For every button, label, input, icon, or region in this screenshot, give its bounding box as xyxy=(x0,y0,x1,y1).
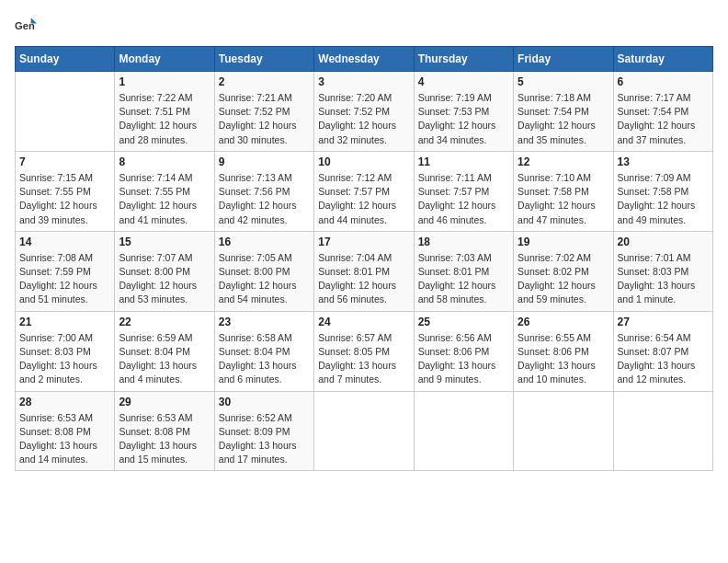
calendar-week-2: 7Sunrise: 7:15 AMSunset: 7:55 PMDaylight… xyxy=(16,151,713,231)
weekday-header-friday: Friday xyxy=(514,47,613,72)
day-number: 24 xyxy=(318,316,409,328)
page-header: Gen xyxy=(15,15,713,37)
calendar-cell xyxy=(414,391,513,471)
calendar-cell: 13Sunrise: 7:09 AMSunset: 7:58 PMDayligh… xyxy=(613,151,712,231)
calendar-cell: 20Sunrise: 7:01 AMSunset: 8:03 PMDayligh… xyxy=(613,231,712,311)
calendar-cell: 26Sunrise: 6:55 AMSunset: 8:06 PMDayligh… xyxy=(514,311,613,391)
day-number: 4 xyxy=(418,75,509,88)
calendar-cell: 29Sunrise: 6:53 AMSunset: 8:08 PMDayligh… xyxy=(115,391,214,471)
day-info: Sunrise: 7:04 AMSunset: 8:01 PMDaylight:… xyxy=(318,251,409,307)
calendar-cell: 12Sunrise: 7:10 AMSunset: 7:58 PMDayligh… xyxy=(514,151,613,231)
calendar-cell: 18Sunrise: 7:03 AMSunset: 8:01 PMDayligh… xyxy=(414,231,513,311)
weekday-header-row: SundayMondayTuesdayWednesdayThursdayFrid… xyxy=(16,47,713,72)
calendar-cell: 27Sunrise: 6:54 AMSunset: 8:07 PMDayligh… xyxy=(613,311,712,391)
day-info: Sunrise: 7:19 AMSunset: 7:53 PMDaylight:… xyxy=(418,91,509,147)
day-number: 18 xyxy=(418,236,509,248)
day-info: Sunrise: 7:13 AMSunset: 7:56 PMDaylight:… xyxy=(219,171,310,227)
day-number: 12 xyxy=(518,155,609,168)
calendar-cell xyxy=(514,391,613,471)
day-number: 1 xyxy=(119,75,210,88)
day-info: Sunrise: 7:12 AMSunset: 7:57 PMDaylight:… xyxy=(318,171,409,227)
day-number: 8 xyxy=(119,155,210,168)
day-number: 19 xyxy=(518,236,609,248)
day-info: Sunrise: 7:09 AMSunset: 7:58 PMDaylight:… xyxy=(618,171,709,227)
calendar-cell: 10Sunrise: 7:12 AMSunset: 7:57 PMDayligh… xyxy=(314,151,414,231)
day-number: 20 xyxy=(618,236,709,248)
day-number: 10 xyxy=(318,155,409,168)
calendar-cell: 9Sunrise: 7:13 AMSunset: 7:56 PMDaylight… xyxy=(214,151,313,231)
day-number: 17 xyxy=(318,236,409,248)
weekday-header-tuesday: Tuesday xyxy=(214,47,313,72)
day-number: 26 xyxy=(518,316,609,328)
day-number: 21 xyxy=(19,316,110,328)
day-info: Sunrise: 7:03 AMSunset: 8:01 PMDaylight:… xyxy=(418,251,509,307)
day-info: Sunrise: 6:55 AMSunset: 8:06 PMDaylight:… xyxy=(518,331,609,387)
day-number: 22 xyxy=(119,316,210,328)
calendar-cell: 30Sunrise: 6:52 AMSunset: 8:09 PMDayligh… xyxy=(214,391,313,471)
day-number: 11 xyxy=(418,155,509,168)
calendar-cell: 8Sunrise: 7:14 AMSunset: 7:55 PMDaylight… xyxy=(115,151,214,231)
calendar-cell: 5Sunrise: 7:18 AMSunset: 7:54 PMDaylight… xyxy=(514,72,613,152)
day-info: Sunrise: 7:14 AMSunset: 7:55 PMDaylight:… xyxy=(119,171,210,227)
day-number: 15 xyxy=(119,236,210,248)
calendar-cell: 1Sunrise: 7:22 AMSunset: 7:51 PMDaylight… xyxy=(115,72,214,152)
calendar-cell: 21Sunrise: 7:00 AMSunset: 8:03 PMDayligh… xyxy=(16,311,115,391)
day-info: Sunrise: 7:17 AMSunset: 7:54 PMDaylight:… xyxy=(618,91,709,147)
day-number: 29 xyxy=(119,396,210,408)
day-info: Sunrise: 7:10 AMSunset: 7:58 PMDaylight:… xyxy=(518,171,609,227)
day-number: 30 xyxy=(219,396,310,408)
logo: Gen xyxy=(15,15,40,37)
calendar-cell: 14Sunrise: 7:08 AMSunset: 7:59 PMDayligh… xyxy=(16,231,115,311)
calendar-cell: 2Sunrise: 7:21 AMSunset: 7:52 PMDaylight… xyxy=(214,72,313,152)
day-info: Sunrise: 7:21 AMSunset: 7:52 PMDaylight:… xyxy=(219,91,310,147)
day-info: Sunrise: 7:22 AMSunset: 7:51 PMDaylight:… xyxy=(119,91,210,147)
calendar-cell xyxy=(613,391,712,471)
calendar-cell: 4Sunrise: 7:19 AMSunset: 7:53 PMDaylight… xyxy=(414,72,513,152)
day-info: Sunrise: 6:59 AMSunset: 8:04 PMDaylight:… xyxy=(119,331,210,387)
day-number: 14 xyxy=(19,236,110,248)
calendar-cell: 16Sunrise: 7:05 AMSunset: 8:00 PMDayligh… xyxy=(214,231,313,311)
weekday-header-saturday: Saturday xyxy=(613,47,712,72)
weekday-header-sunday: Sunday xyxy=(16,47,115,72)
day-info: Sunrise: 7:15 AMSunset: 7:55 PMDaylight:… xyxy=(19,171,110,227)
day-number: 3 xyxy=(318,75,409,88)
day-info: Sunrise: 6:53 AMSunset: 8:08 PMDaylight:… xyxy=(119,411,210,467)
day-number: 2 xyxy=(219,75,310,88)
calendar-cell: 23Sunrise: 6:58 AMSunset: 8:04 PMDayligh… xyxy=(214,311,313,391)
weekday-header-wednesday: Wednesday xyxy=(314,47,414,72)
day-number: 27 xyxy=(618,316,709,328)
day-info: Sunrise: 7:07 AMSunset: 8:00 PMDaylight:… xyxy=(119,251,210,307)
day-info: Sunrise: 6:57 AMSunset: 8:05 PMDaylight:… xyxy=(318,331,409,387)
calendar-cell: 17Sunrise: 7:04 AMSunset: 8:01 PMDayligh… xyxy=(314,231,414,311)
calendar-cell: 25Sunrise: 6:56 AMSunset: 8:06 PMDayligh… xyxy=(414,311,513,391)
day-number: 6 xyxy=(618,75,709,88)
day-info: Sunrise: 6:53 AMSunset: 8:08 PMDaylight:… xyxy=(19,411,110,467)
day-number: 16 xyxy=(219,236,310,248)
calendar-cell: 7Sunrise: 7:15 AMSunset: 7:55 PMDaylight… xyxy=(16,151,115,231)
calendar-cell: 28Sunrise: 6:53 AMSunset: 8:08 PMDayligh… xyxy=(16,391,115,471)
calendar-cell xyxy=(314,391,414,471)
day-info: Sunrise: 7:02 AMSunset: 8:02 PMDaylight:… xyxy=(518,251,609,307)
day-number: 25 xyxy=(418,316,509,328)
day-info: Sunrise: 7:08 AMSunset: 7:59 PMDaylight:… xyxy=(19,251,110,307)
calendar-cell xyxy=(16,72,115,152)
day-number: 13 xyxy=(618,155,709,168)
calendar-cell: 11Sunrise: 7:11 AMSunset: 7:57 PMDayligh… xyxy=(414,151,513,231)
day-info: Sunrise: 7:00 AMSunset: 8:03 PMDaylight:… xyxy=(19,331,110,387)
day-info: Sunrise: 7:18 AMSunset: 7:54 PMDaylight:… xyxy=(518,91,609,147)
day-info: Sunrise: 7:05 AMSunset: 8:00 PMDaylight:… xyxy=(219,251,310,307)
day-info: Sunrise: 7:11 AMSunset: 7:57 PMDaylight:… xyxy=(418,171,509,227)
calendar-cell: 22Sunrise: 6:59 AMSunset: 8:04 PMDayligh… xyxy=(115,311,214,391)
calendar-cell: 19Sunrise: 7:02 AMSunset: 8:02 PMDayligh… xyxy=(514,231,613,311)
calendar-week-5: 28Sunrise: 6:53 AMSunset: 8:08 PMDayligh… xyxy=(16,391,713,471)
calendar-week-3: 14Sunrise: 7:08 AMSunset: 7:59 PMDayligh… xyxy=(16,231,713,311)
calendar-cell: 24Sunrise: 6:57 AMSunset: 8:05 PMDayligh… xyxy=(314,311,414,391)
weekday-header-monday: Monday xyxy=(115,47,214,72)
svg-marker-1 xyxy=(31,17,37,23)
calendar-cell: 6Sunrise: 7:17 AMSunset: 7:54 PMDaylight… xyxy=(613,72,712,152)
day-number: 23 xyxy=(219,316,310,328)
day-number: 9 xyxy=(219,155,310,168)
calendar-cell: 15Sunrise: 7:07 AMSunset: 8:00 PMDayligh… xyxy=(115,231,214,311)
calendar-table: SundayMondayTuesdayWednesdayThursdayFrid… xyxy=(15,46,713,471)
day-info: Sunrise: 6:52 AMSunset: 8:09 PMDaylight:… xyxy=(219,411,310,467)
